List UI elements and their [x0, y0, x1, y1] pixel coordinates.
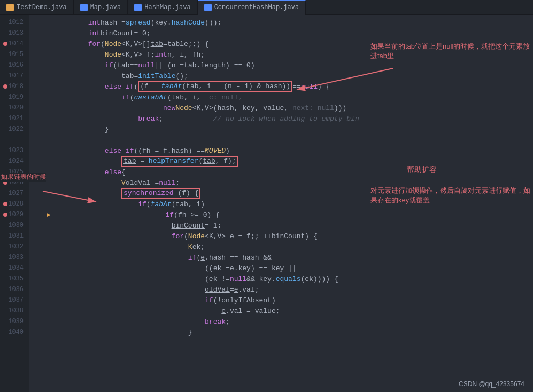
code-line-1038: e.val = value; — [29, 305, 533, 316]
gutter-1013: 1013 — [0, 28, 29, 38]
gutter-1024: 1024 — [0, 156, 29, 167]
tab-testdemo-label: TestDemo.java — [17, 4, 67, 11]
watermark: CSDN @qq_42335674 — [459, 380, 524, 388]
gutter-1039: 1039 — [0, 316, 29, 327]
code-line-1013: int binCount = 0; — [29, 28, 533, 38]
code-line-1014: for (Node<K,V>[] tab = table;;) { — [29, 38, 533, 49]
gutter-1036: 1036 — [0, 284, 29, 295]
gutter-1016: 1016 — [0, 60, 29, 70]
gutter-1040: 1040 — [0, 327, 29, 338]
code-line-1023: else if ((fh = f.hash) == MOVED) — [29, 145, 533, 156]
tab-concurrenthashmap-label: ConcurrentHashMap.java — [214, 4, 299, 11]
gutter-1021: 1021 — [0, 113, 29, 124]
gutter-1018: 1018 — [0, 81, 29, 92]
gutter-1028: 1028 — [0, 199, 29, 209]
code-line-1022: } — [29, 124, 533, 135]
code-line-1025: else { — [29, 167, 533, 177]
code-line-1034: ((ek = e.key) == key || — [29, 263, 533, 273]
gutter-1019: 1019 — [0, 92, 29, 103]
code-area[interactable]: int hash = spread(key.hashCode()); int b… — [29, 15, 533, 392]
code-line-1018: else if ((f = tabAt(tab, i = (n - 1) & h… — [29, 81, 533, 92]
code-line-1031: for (Node<K,V> e = f;; ++binCount) { — [29, 231, 533, 241]
editor-container: 1012 1013 1014 1015 1016 1017 1018 1019 … — [0, 15, 533, 392]
gutter-1035: 1035 — [0, 273, 29, 284]
code-line-1016: if (tab == null || (n = tab.length) == 0… — [29, 60, 533, 70]
code-line-1037: if (!onlyIfAbsent) — [29, 295, 533, 305]
code-line-1035: (ek != null && key.equals(ek)))) { — [29, 273, 533, 284]
gutter-1031: 1031 — [0, 231, 29, 241]
tab-map-label: Map.java — [90, 4, 121, 11]
code-line-1030: binCount = 1; — [29, 220, 533, 231]
code-line-1015: Node<K,V> f; int n, i, fh; — [29, 49, 533, 60]
gutter-1030: 1030 — [0, 220, 29, 231]
gutter-1023b: 1023 — [0, 145, 29, 156]
gutter-1038: 1038 — [0, 305, 29, 316]
code-line-1040: } — [29, 327, 533, 338]
gutter-1027: 1027 — [0, 188, 29, 199]
tab-bar: TestDemo.java Map.java HashMap.java Conc… — [0, 0, 533, 15]
tab-testdemo[interactable]: TestDemo.java — [0, 0, 74, 15]
tab-map[interactable]: Map.java — [74, 0, 128, 15]
gutter-1037: 1037 — [0, 295, 29, 305]
gutter-1015: 1015 — [0, 49, 29, 60]
gutter-1034: 1034 — [0, 263, 29, 273]
code-line-1033: if (e.hash == hash && — [29, 252, 533, 263]
tab-hashmap-label: HashMap.java — [144, 4, 190, 11]
gutter-1033: 1033 — [0, 252, 29, 263]
annotation-chain-list: 如果链表的时候 — [0, 173, 46, 182]
gutter-1032: 1032 — [0, 241, 29, 252]
code-line-1021: break; // no lock when adding to empty b… — [29, 113, 533, 124]
code-line-1024: tab = helpTransfer(tab, f); — [29, 156, 533, 167]
hashmap-icon — [134, 4, 142, 11]
gutter-1012: 1012 — [0, 17, 29, 28]
gutter-1022: 1022 — [0, 124, 29, 135]
code-line-1012: int hash = spread(key.hashCode()); — [29, 17, 533, 28]
code-line-1026: V oldVal = null; — [29, 177, 533, 188]
gutter-1023 — [0, 135, 29, 145]
map-icon — [80, 4, 88, 11]
code-line-1029: ▶ if (fh >= 0) { — [29, 209, 533, 220]
gutter-1020: 1020 — [0, 103, 29, 113]
code-line-1027: synchronized (f) { — [29, 188, 533, 199]
testdemo-icon — [6, 4, 14, 11]
code-line-1019: if (casTabAt(tab, i, c: null, — [29, 92, 533, 103]
code-line-1017: tab = initTable(); — [29, 70, 533, 81]
code-line-1032: K ek; — [29, 241, 533, 252]
concurrenthashmap-icon — [204, 4, 212, 11]
line-gutter: 1012 1013 1014 1015 1016 1017 1018 1019 … — [0, 15, 29, 392]
gutter-1029: 1029 — [0, 209, 29, 220]
gutter-1017: 1017 — [0, 70, 29, 81]
code-line-1039: break; — [29, 316, 533, 327]
tab-concurrenthashmap[interactable]: ConcurrentHashMap.java — [198, 0, 306, 15]
code-line-1036: oldVal = e.val; — [29, 284, 533, 295]
gutter-1014: 1014 — [0, 38, 29, 49]
code-line-blank — [29, 135, 533, 145]
code-line-1028: if (tabAt(tab, i) == — [29, 199, 533, 209]
tab-hashmap[interactable]: HashMap.java — [128, 0, 197, 15]
code-line-1020: new Node<K,V>(hash, key, value, next: nu… — [29, 103, 533, 113]
